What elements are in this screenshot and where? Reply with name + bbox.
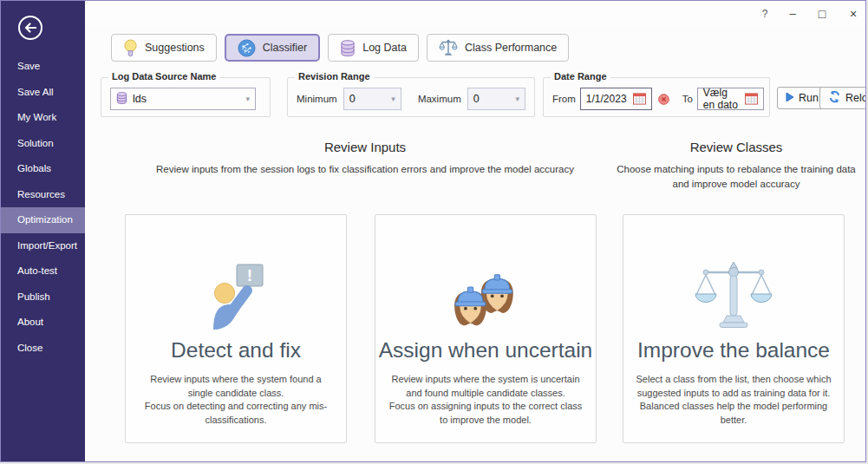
card-description-line1: Review inputs where the system is uncert… (387, 373, 584, 400)
card-description-line2: Focus on assigning inputs to the correct… (387, 400, 584, 427)
tab-class-performance[interactable]: Class Performance (427, 34, 569, 62)
section-title: Review Inputs (131, 140, 599, 154)
sidebar-item-import-export[interactable]: Import/Export (1, 233, 85, 259)
balance-scale-icon (694, 255, 773, 331)
section-title: Review Classes (613, 140, 859, 154)
card-description-line1: Review inputs where the system found a s… (137, 373, 335, 400)
chevron-down-icon: ▾ (391, 95, 395, 103)
sidebar-item-save[interactable]: Save (1, 54, 85, 80)
back-arrow-icon (17, 29, 43, 43)
sidebar-item-save-all[interactable]: Save All (1, 80, 85, 106)
close-button[interactable]: × (840, 3, 866, 25)
tab-label: Log Data (362, 42, 407, 54)
construction-workers-icon (451, 255, 520, 331)
sidebar-item-globals[interactable]: Globals (1, 156, 85, 182)
calendar-icon[interactable] (633, 93, 646, 105)
sidebar-item-about[interactable]: About (1, 310, 85, 336)
revision-range-group: Revision Range Minimum 0 ▾ Maximum 0 ▾ (287, 77, 535, 117)
sidebar-item-my-work[interactable]: My Work (1, 105, 85, 131)
sidebar-item-auto-test[interactable]: Auto-test (1, 258, 85, 284)
to-date-picker[interactable]: Vælg en dato (697, 88, 764, 110)
card-description: Review inputs where the system found a s… (126, 373, 346, 427)
tab-bar: Suggestions Classifier (111, 34, 569, 62)
combobox-value: 0 (473, 93, 480, 105)
log-data-source-group: Log Data Source Name lds ▾ (101, 77, 271, 117)
chevron-down-icon: ▾ (245, 95, 250, 103)
minimum-label: Minimum (297, 94, 337, 104)
calendar-icon[interactable] (745, 93, 758, 105)
help-button[interactable]: ? (752, 3, 778, 25)
card-description: Select a class from the list, then choos… (623, 373, 844, 427)
tab-label: Suggestions (145, 42, 205, 54)
person-with-sign-icon: ! (201, 255, 271, 331)
tab-label: Classifier (263, 42, 307, 54)
section-subtitle: Review inputs from the session logs to f… (131, 162, 599, 177)
sidebar-item-publish[interactable]: Publish (1, 284, 85, 310)
database-icon (340, 39, 356, 57)
date-range-group: Date Range From 1/1/2023 To (543, 77, 770, 117)
reload-button[interactable]: Reload (819, 87, 866, 109)
clear-date-icon[interactable] (658, 94, 669, 105)
classifier-brain-icon (238, 39, 256, 57)
reload-label: Reload (845, 92, 866, 104)
tab-log-data[interactable]: Log Data (328, 34, 419, 62)
review-classes-section: Review Classes Choose matching inputs to… (613, 140, 859, 191)
tab-classifier[interactable]: Classifier (225, 34, 320, 62)
app-window: ? – □ × Save Save All My Work Solution G… (0, 0, 866, 462)
exclamation-glyph: ! (247, 266, 252, 284)
chevron-down-icon: ▾ (515, 95, 519, 103)
sidebar-item-optimization[interactable]: Optimization (1, 207, 85, 233)
sidebar: Save Save All My Work Solution Globals R… (1, 1, 85, 461)
assign-when-uncertain-card[interactable]: Assign when uncertain Review inputs wher… (375, 214, 597, 443)
maximum-label: Maximum (418, 94, 461, 104)
run-label: Run (799, 92, 819, 104)
date-value: Vælg en dato (703, 87, 740, 111)
card-description-line2: Balanced classes help the model performi… (635, 400, 832, 427)
sidebar-item-solution[interactable]: Solution (1, 131, 85, 157)
review-inputs-section: Review Inputs Review inputs from the ses… (131, 140, 599, 177)
back-button[interactable] (17, 15, 43, 41)
sidebar-item-close[interactable]: Close (1, 336, 85, 362)
from-label: From (552, 94, 576, 104)
card-title: Improve the balance (637, 338, 830, 363)
log-data-source-combobox[interactable]: lds ▾ (110, 88, 256, 110)
minimum-combobox[interactable]: 0 ▾ (343, 88, 401, 110)
card-title: Detect and fix (171, 338, 301, 363)
combobox-value: lds (133, 93, 147, 105)
refresh-icon (828, 90, 841, 106)
maximum-combobox[interactable]: 0 ▾ (467, 88, 525, 110)
tab-suggestions[interactable]: Suggestions (111, 34, 217, 62)
to-label: To (682, 94, 693, 104)
maximize-button[interactable]: □ (809, 3, 835, 25)
improve-the-balance-card[interactable]: Improve the balance Select a class from … (623, 214, 845, 443)
scales-icon (439, 38, 458, 57)
card-description-line2: Focus on detecting and correcting any mi… (137, 400, 335, 427)
card-description: Review inputs where the system is uncert… (375, 373, 596, 427)
section-subtitle: Choose matching inputs to rebalance the … (613, 162, 859, 191)
titlebar: ? – □ × (85, 1, 865, 27)
sidebar-item-resources[interactable]: Resources (1, 182, 85, 208)
date-value: 1/1/2023 (586, 93, 627, 105)
sidebar-nav: Save Save All My Work Solution Globals R… (1, 54, 85, 361)
play-icon (786, 92, 794, 105)
minimize-button[interactable]: – (780, 3, 806, 25)
card-description-line1: Select a class from the list, then choos… (635, 373, 832, 400)
detect-and-fix-card[interactable]: ! Detect and fix Review inputs where the… (125, 214, 347, 443)
from-date-picker[interactable]: 1/1/2023 (580, 88, 652, 110)
tab-label: Class Performance (465, 42, 557, 54)
combobox-value: 0 (349, 93, 356, 105)
database-small-icon (116, 91, 127, 108)
lightbulb-icon (123, 39, 138, 57)
card-title: Assign when uncertain (379, 338, 593, 363)
